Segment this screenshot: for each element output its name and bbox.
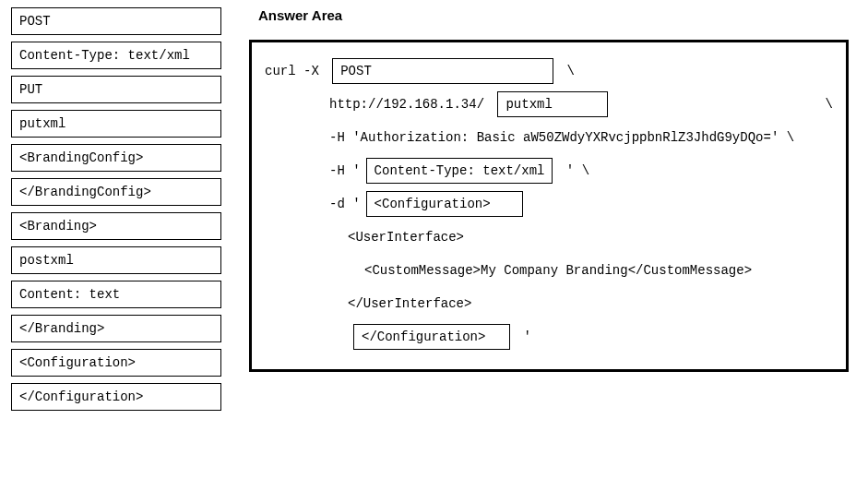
- data-prefix: -d ': [329, 197, 361, 211]
- close-quote: ': [516, 329, 531, 344]
- drop-slot-method[interactable]: POST: [332, 58, 553, 84]
- option-item[interactable]: postxml: [11, 246, 221, 274]
- drop-slot-path[interactable]: putxml: [497, 91, 608, 117]
- header-prefix: -H ': [329, 163, 361, 178]
- code-line: http://192.168.1.34/ putxml \: [265, 89, 833, 120]
- backslash: \: [817, 97, 833, 112]
- code-line: -d ' <Configuration>: [265, 188, 833, 220]
- xml-text: <CustomMessage>My Company Branding</Cust…: [364, 263, 752, 278]
- auth-header-text: -H 'Authorization: Basic aW50ZWdyYXRvcjp…: [329, 130, 794, 145]
- option-item[interactable]: <Configuration>: [11, 349, 221, 377]
- code-line: -H 'Authorization: Basic aW50ZWdyYXRvcjp…: [265, 122, 833, 153]
- answer-column: Answer Area curl -X POST \ http://192.16…: [249, 7, 857, 411]
- option-item[interactable]: </Configuration>: [11, 383, 221, 411]
- drop-slot-close-tag[interactable]: </Configuration>: [353, 324, 510, 350]
- code-line: -H ' Content-Type: text/xml ' \: [265, 155, 833, 186]
- options-list: POST Content-Type: text/xml PUT putxml <…: [11, 7, 221, 411]
- code-line: curl -X POST \: [265, 55, 833, 87]
- xml-text: <UserInterface>: [348, 230, 464, 245]
- code-line: </Configuration> ': [265, 321, 833, 353]
- code-line: <CustomMessage>My Company Branding</Cust…: [265, 255, 833, 286]
- backslash: \: [559, 64, 575, 78]
- answer-area-title: Answer Area: [258, 7, 857, 23]
- option-item[interactable]: Content-Type: text/xml: [11, 42, 221, 69]
- answer-area: curl -X POST \ http://192.168.1.34/ putx…: [249, 40, 849, 372]
- option-item[interactable]: PUT: [11, 76, 221, 103]
- curl-text: curl -X: [265, 64, 327, 78]
- option-item[interactable]: </Branding>: [11, 315, 221, 342]
- drop-slot-content-type[interactable]: Content-Type: text/xml: [366, 158, 553, 184]
- url-text: http://192.168.1.34/: [329, 97, 492, 112]
- option-item[interactable]: putxml: [11, 110, 221, 138]
- option-item[interactable]: Content: text: [11, 281, 221, 308]
- drop-slot-open-tag[interactable]: <Configuration>: [366, 191, 523, 217]
- header-suffix: ' \: [558, 163, 589, 178]
- xml-text: </UserInterface>: [348, 296, 471, 311]
- option-item[interactable]: </BrandingConfig>: [11, 178, 221, 206]
- option-item[interactable]: <Branding>: [11, 212, 221, 240]
- option-item[interactable]: POST: [11, 7, 221, 35]
- code-line: </UserInterface>: [265, 288, 833, 319]
- code-line: <UserInterface>: [265, 222, 833, 253]
- option-item[interactable]: <BrandingConfig>: [11, 144, 221, 172]
